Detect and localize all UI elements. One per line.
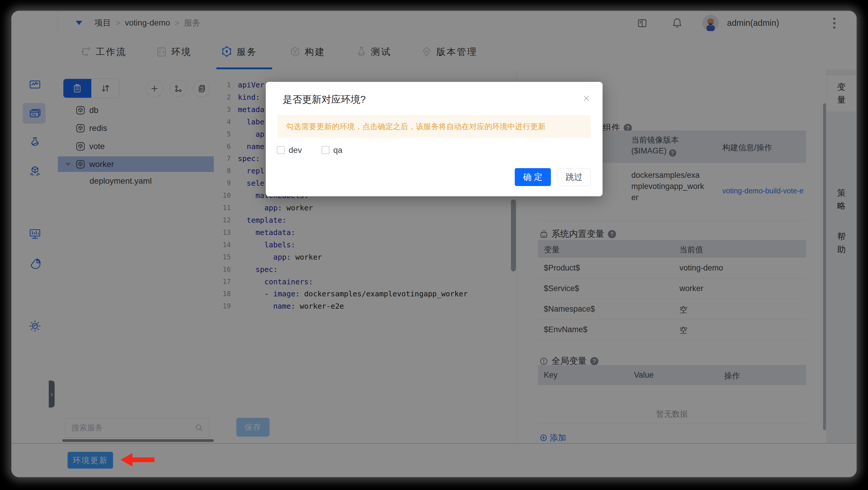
checkbox-qa[interactable] bbox=[321, 146, 330, 154]
warning-banner: 勾选需要更新的环境，点击确定之后，该服务将自动在对应的环境中进行更新 bbox=[277, 115, 591, 138]
screenshot-stage: 项目 > voting-demo > 服务 admin(admin) ••• P… bbox=[0, 0, 868, 490]
skip-button[interactable]: 跳过 bbox=[558, 168, 590, 186]
update-env-dialog: 是否更新对应环境? 勾选需要更新的环境，点击确定之后，该服务将自动在对应的环境中… bbox=[266, 82, 602, 196]
confirm-button[interactable]: 确 定 bbox=[515, 168, 551, 186]
warning-text: 勾选需要更新的环境，点击确定之后，该服务将自动在对应的环境中进行更新 bbox=[286, 122, 546, 132]
annotation-arrow-icon bbox=[121, 453, 154, 466]
checkbox-dev[interactable] bbox=[277, 146, 285, 154]
dialog-title: 是否更新对应环境? bbox=[283, 93, 366, 106]
modal-overlay[interactable] bbox=[12, 11, 856, 477]
close-icon[interactable] bbox=[581, 92, 592, 104]
checkbox-dev-label[interactable]: dev bbox=[289, 145, 302, 155]
app-window: 项目 > voting-demo > 服务 admin(admin) ••• P… bbox=[12, 11, 856, 477]
checkbox-qa-label[interactable]: qa bbox=[333, 145, 342, 155]
